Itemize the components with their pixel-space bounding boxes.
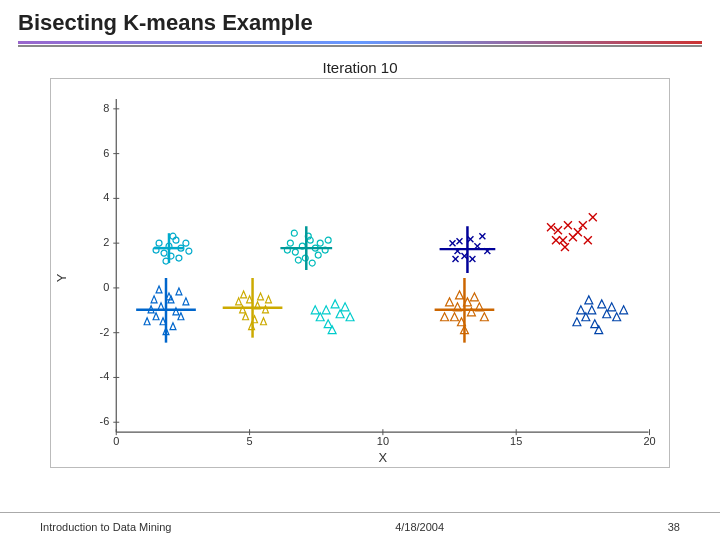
svg-text:10: 10 <box>377 435 389 447</box>
footer-bar: Introduction to Data Mining 4/18/2004 38 <box>0 512 720 540</box>
svg-marker-41 <box>170 323 176 330</box>
svg-marker-166 <box>573 318 581 326</box>
header-rule-top <box>18 41 702 44</box>
svg-point-47 <box>161 250 167 256</box>
svg-marker-143 <box>456 291 464 299</box>
svg-marker-155 <box>588 306 596 314</box>
svg-text:-6: -6 <box>100 415 110 427</box>
svg-marker-44 <box>151 296 157 303</box>
svg-marker-165 <box>620 306 628 314</box>
svg-text:0: 0 <box>113 435 119 447</box>
svg-text:-4: -4 <box>100 370 110 382</box>
svg-marker-137 <box>470 293 478 301</box>
svg-marker-134 <box>451 313 459 321</box>
svg-marker-146 <box>322 306 330 314</box>
svg-marker-153 <box>346 313 354 321</box>
svg-point-51 <box>183 240 189 246</box>
svg-marker-66 <box>236 298 242 305</box>
svg-point-81 <box>295 257 301 263</box>
svg-text:2: 2 <box>103 236 109 248</box>
svg-marker-39 <box>156 286 162 293</box>
svg-text:20: 20 <box>643 435 655 447</box>
svg-text:Y: Y <box>54 273 69 282</box>
svg-point-85 <box>309 260 315 266</box>
svg-text:X: X <box>379 450 388 465</box>
svg-marker-62 <box>258 293 264 300</box>
svg-point-54 <box>176 255 182 261</box>
svg-point-79 <box>317 240 323 246</box>
svg-point-87 <box>325 237 331 243</box>
svg-marker-141 <box>441 313 449 321</box>
svg-marker-63 <box>243 313 249 320</box>
svg-point-84 <box>315 252 321 258</box>
svg-marker-164 <box>585 296 593 304</box>
svg-marker-154 <box>328 326 336 334</box>
slide-container: Bisecting K-means Example Iteration 10 8… <box>0 0 720 540</box>
slide-header: Bisecting K-means Example <box>0 0 720 51</box>
svg-marker-151 <box>341 303 349 311</box>
svg-marker-40 <box>183 298 189 305</box>
svg-marker-142 <box>480 313 488 321</box>
footer-center: 4/18/2004 <box>395 521 444 533</box>
svg-text:-2: -2 <box>100 326 110 338</box>
svg-marker-163 <box>595 326 603 334</box>
svg-point-50 <box>156 240 162 246</box>
svg-text:4: 4 <box>103 191 109 203</box>
svg-point-78 <box>287 240 293 246</box>
svg-text:15: 15 <box>510 435 522 447</box>
svg-marker-42 <box>144 318 150 325</box>
footer-right: 38 <box>668 521 680 533</box>
slide-body: Iteration 10 8 6 4 2 0 -2 -4 -6 <box>0 51 720 512</box>
svg-marker-150 <box>324 320 332 328</box>
svg-point-56 <box>186 248 192 254</box>
svg-marker-32 <box>153 313 159 320</box>
slide-title: Bisecting K-means Example <box>18 10 702 36</box>
svg-text:8: 8 <box>103 102 109 114</box>
svg-marker-152 <box>311 306 319 314</box>
svg-marker-138 <box>446 298 454 306</box>
svg-text:0: 0 <box>103 281 109 293</box>
footer-left: Introduction to Data Mining <box>40 521 171 533</box>
svg-marker-160 <box>608 303 616 311</box>
svg-marker-70 <box>265 296 271 303</box>
chart-title: Iteration 10 <box>322 59 397 76</box>
svg-point-75 <box>292 249 298 255</box>
svg-point-83 <box>291 230 297 236</box>
svg-marker-156 <box>598 300 606 308</box>
svg-marker-159 <box>591 320 599 328</box>
svg-marker-147 <box>331 300 339 308</box>
svg-marker-43 <box>176 288 182 295</box>
svg-text:5: 5 <box>247 435 253 447</box>
svg-marker-69 <box>241 291 247 298</box>
svg-text:6: 6 <box>103 147 109 159</box>
svg-marker-68 <box>261 318 267 325</box>
header-rule-bottom <box>18 45 702 47</box>
chart-svg: 8 6 4 2 0 -2 -4 -6 0 5 10 15 20 <box>50 78 670 468</box>
svg-marker-161 <box>577 306 585 314</box>
